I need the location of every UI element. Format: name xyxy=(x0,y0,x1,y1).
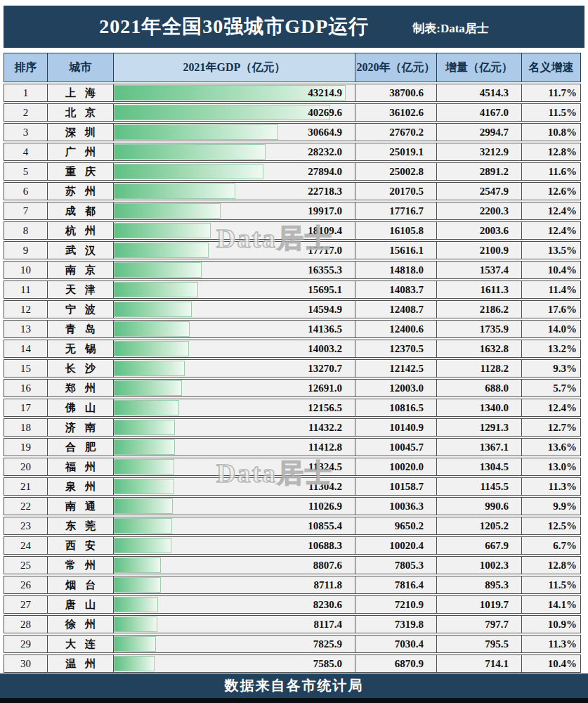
gdp-2021-cell: 43214.9 xyxy=(113,84,355,102)
city-cell: 温州 xyxy=(47,654,114,673)
gdp-bar xyxy=(114,420,175,435)
rank-cell: 4 xyxy=(4,143,48,161)
author-credit: 制表:Data居士 xyxy=(412,20,489,37)
rank-cell: 27 xyxy=(4,595,48,614)
rank-cell: 23 xyxy=(4,517,48,535)
city-cell: 武汉 xyxy=(47,241,114,259)
gdp-bar xyxy=(114,302,192,317)
gdp-bar xyxy=(114,183,235,199)
gdp-2021-value: 8117.4 xyxy=(314,616,342,633)
table-row: 7 成都 19917.0 17716.7 2200.3 12.4% xyxy=(4,202,584,220)
table-row: 25 常州 8807.6 7805.3 1002.3 12.8% xyxy=(4,556,584,574)
growth-rate-value: 12.5% xyxy=(521,517,581,535)
gdp-bar xyxy=(114,164,263,179)
rank-cell: 5 xyxy=(4,162,48,181)
gdp-bar xyxy=(114,282,198,297)
gdp-2021-value: 28232.0 xyxy=(308,143,342,160)
increase-value: 1632.8 xyxy=(436,340,522,358)
rank-cell: 22 xyxy=(4,497,48,515)
gdp-bar xyxy=(114,636,156,652)
gdp-2021-value: 8807.6 xyxy=(313,557,342,574)
city-cell: 唐山 xyxy=(47,595,114,614)
city-cell: 南通 xyxy=(47,497,114,515)
rank-cell: 12 xyxy=(4,300,48,318)
city-cell: 南京 xyxy=(47,261,114,279)
increase-value: 1019.7 xyxy=(436,595,522,614)
increase-value: 1367.1 xyxy=(436,438,522,456)
gdp-2021-cell: 11026.9 xyxy=(113,497,355,515)
gdp-bar xyxy=(114,203,221,219)
growth-rate-value: 11.5% xyxy=(521,576,581,594)
gdp-bar xyxy=(114,518,172,534)
increase-value: 1145.5 xyxy=(436,477,522,496)
gdp-2020-value: 10045.7 xyxy=(355,438,437,456)
increase-value: 1537.4 xyxy=(436,261,522,279)
rank-cell: 8 xyxy=(4,221,48,240)
growth-rate-value: 13.5% xyxy=(521,241,581,259)
column-header-city: 城市 xyxy=(47,53,114,82)
gdp-2021-cell: 8807.6 xyxy=(113,556,355,574)
table-row: 29 大连 7825.9 7030.4 795.5 11.3% xyxy=(4,635,584,653)
city-cell: 东莞 xyxy=(47,517,114,535)
gdp-bar xyxy=(114,597,158,612)
gdp-2021-value: 11432.2 xyxy=(308,419,342,436)
city-cell: 福州 xyxy=(47,458,114,476)
table-row: 4 广州 28232.0 25019.1 3212.9 12.8% xyxy=(4,143,584,161)
city-cell: 常州 xyxy=(47,556,114,574)
gdp-2020-value: 7816.4 xyxy=(355,576,437,594)
increase-value: 990.6 xyxy=(436,497,522,515)
city-name: 青岛 xyxy=(65,321,105,337)
city-name: 唐山 xyxy=(65,596,105,613)
gdp-2021-cell: 13270.7 xyxy=(113,359,355,378)
growth-rate-value: 11.3% xyxy=(521,477,581,496)
city-name: 苏州 xyxy=(65,183,105,200)
city-cell: 深圳 xyxy=(47,123,114,141)
gdp-bar xyxy=(114,380,182,396)
growth-rate-value: 5.7% xyxy=(521,379,581,397)
increase-value: 688.0 xyxy=(436,379,522,397)
growth-rate-value: 10.4% xyxy=(521,261,581,279)
rank-cell: 13 xyxy=(4,320,48,338)
city-cell: 烟台 xyxy=(47,576,114,594)
rank-cell: 28 xyxy=(4,615,48,633)
table-row: 2 北京 40269.6 36102.6 4167.0 11.5% xyxy=(4,103,584,122)
growth-rate-value: 9.3% xyxy=(521,359,581,378)
rank-cell: 18 xyxy=(4,418,48,437)
gdp-2021-cell: 10855.4 xyxy=(113,517,355,535)
city-cell: 天津 xyxy=(47,280,114,299)
city-name: 天津 xyxy=(65,281,105,298)
gdp-2021-value: 11412.8 xyxy=(308,439,342,456)
table-row: 20 福州 11324.5 10020.0 1304.5 13.0% xyxy=(4,458,584,476)
city-cell: 青岛 xyxy=(47,320,114,338)
growth-rate-value: 12.6% xyxy=(521,182,581,200)
gdp-bar xyxy=(114,617,157,632)
increase-value: 2891.2 xyxy=(436,162,522,181)
gdp-2021-cell: 8117.4 xyxy=(113,615,355,633)
gdp-2021-cell: 8711.8 xyxy=(113,576,355,594)
city-cell: 无锡 xyxy=(47,340,114,358)
table-row: 26 烟台 8711.8 7816.4 895.3 11.5% xyxy=(4,576,584,594)
gdp-bar xyxy=(114,498,173,514)
page-title: 2021年全国30强城市GDP运行 xyxy=(99,13,369,40)
gdp-2020-value: 7210.9 xyxy=(355,595,437,614)
gdp-2021-value: 43214.9 xyxy=(308,84,342,101)
table-row: 12 宁波 14594.9 12408.7 2186.2 17.6% xyxy=(4,300,584,318)
table-row: 3 深圳 30664.9 27670.2 2994.7 10.8% xyxy=(4,123,584,141)
gdp-2021-value: 8230.6 xyxy=(313,596,342,613)
city-cell: 西安 xyxy=(47,536,114,555)
gdp-2021-value: 27894.0 xyxy=(308,163,342,180)
gdp-2021-value: 11026.9 xyxy=(308,498,342,515)
gdp-2021-cell: 28232.0 xyxy=(113,143,355,161)
city-name: 北京 xyxy=(65,104,105,121)
gdp-2021-value: 15695.1 xyxy=(308,281,342,298)
increase-value: 4167.0 xyxy=(436,103,522,122)
increase-value: 2994.7 xyxy=(436,123,522,141)
gdp-2021-value: 7825.9 xyxy=(313,636,342,652)
gdp-bar xyxy=(114,400,179,415)
increase-value: 2100.9 xyxy=(436,241,522,259)
gdp-2021-cell: 7585.0 xyxy=(113,654,355,673)
column-header-row: 排序 城市 2021年GDP（亿元） 2020年（亿元） 增量（亿元） 名义增速 xyxy=(4,53,584,82)
gdp-2020-value: 6870.9 xyxy=(355,654,437,673)
city-name: 无锡 xyxy=(65,340,105,357)
table-row: 14 无锡 14003.2 12370.5 1632.8 13.2% xyxy=(4,340,584,358)
